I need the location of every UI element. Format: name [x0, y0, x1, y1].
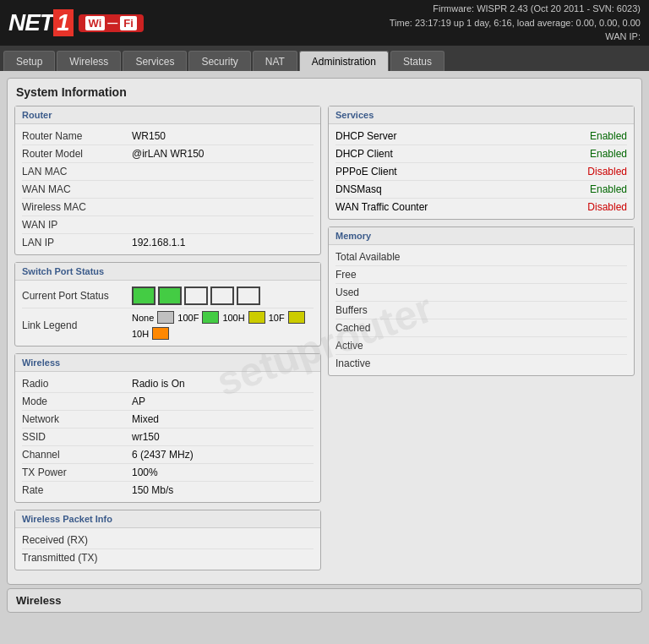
wan-ip-text: WAN IP: [390, 30, 641, 44]
wan-mac-label: WAN MAC [22, 183, 132, 195]
network-row: Network Mixed [22, 411, 314, 428]
channel-row: Channel 6 (2437 MHz) [22, 446, 314, 464]
wireless-mac-label: Wireless MAC [22, 201, 132, 213]
services-title: Services [329, 106, 634, 124]
wifi-fi: Fi [120, 16, 137, 30]
switch-port-title: Switch Port Status [15, 263, 320, 281]
router-model-row: Router Model @irLAN WR150 [22, 145, 314, 163]
tab-status[interactable]: Status [390, 51, 444, 71]
network-value: Mixed [132, 413, 159, 425]
port-5 [237, 287, 260, 305]
port-2 [158, 287, 182, 305]
channel-label: Channel [22, 449, 132, 461]
dhcp-client-label: DHCP Client [335, 148, 393, 160]
radio-value: Radio is On [132, 378, 185, 390]
current-port-row: Current Port Status [22, 284, 314, 308]
legend-100h-label: 100H [222, 313, 244, 323]
port-indicators [132, 287, 260, 305]
network-label: Network [22, 413, 132, 425]
wan-ip-row: WAN IP [22, 216, 314, 234]
legend-100h-box [248, 311, 265, 324]
wan-traffic-status: Disabled [587, 201, 627, 213]
services-body: DHCP Server Enabled DHCP Client Enabled … [329, 124, 634, 219]
mode-value: AP [132, 396, 145, 407]
dhcp-client-row: DHCP Client Enabled [335, 145, 627, 163]
router-section-title: Router [15, 106, 320, 124]
router-model-value: @irLAN WR150 [132, 148, 205, 160]
lan-mac-label: LAN MAC [22, 166, 132, 177]
cached-label: Cached [335, 322, 445, 334]
pppoe-label: PPPoE Client [335, 166, 397, 177]
header-info: Firmware: WISPR 2.43 (Oct 20 2011 - SVN:… [390, 2, 641, 44]
lan-ip-row: LAN IP 192.168.1.1 [22, 234, 314, 251]
legend-100f-box [202, 311, 219, 324]
router-name-value: WR150 [132, 130, 166, 142]
pppoe-row: PPPoE Client Disabled [335, 163, 627, 181]
logo-net1: NET 1 [8, 9, 74, 36]
tx-label: Transmitted (TX) [22, 552, 132, 564]
dhcp-client-status: Enabled [590, 148, 627, 160]
legend-none-label: None [132, 313, 154, 323]
tab-administration[interactable]: Administration [299, 51, 389, 71]
lan-mac-row: LAN MAC [22, 163, 314, 181]
col-left: Router Router Name WR150 Router Model @i… [14, 106, 321, 577]
legend-10f-label: 10F [269, 313, 285, 323]
time-text: Time: 23:17:19 up 1 day, 6:16, load aver… [390, 16, 641, 30]
mode-row: Mode AP [22, 393, 314, 411]
total-available-label: Total Available [335, 251, 445, 263]
wireless-body: Radio Radio is On Mode AP Network Mixed [15, 372, 320, 502]
buffers-label: Buffers [335, 304, 445, 316]
channel-value: 6 (2437 MHz) [132, 449, 194, 461]
router-model-label: Router Model [22, 148, 132, 160]
legend-10f-box [288, 311, 305, 324]
switch-port-body: Current Port Status Link Legend [15, 281, 320, 346]
rate-value: 150 Mb/s [132, 484, 173, 496]
memory-section: Memory Total Available Free Used [328, 226, 635, 376]
ssid-row: SSID wr150 [22, 428, 314, 446]
buffers-row: Buffers [335, 302, 627, 319]
active-label: Active [335, 340, 445, 352]
router-body: Router Name WR150 Router Model @irLAN WR… [15, 124, 320, 254]
lan-ip-label: LAN IP [22, 237, 132, 248]
current-port-label: Current Port Status [22, 290, 132, 302]
legend-none-box [157, 311, 174, 324]
wan-ip-label: WAN IP [22, 219, 132, 231]
ssid-label: SSID [22, 431, 132, 443]
router-section: Router Router Name WR150 Router Model @i… [14, 106, 321, 255]
mode-label: Mode [22, 396, 132, 407]
tab-nat[interactable]: NAT [253, 51, 297, 71]
router-name-row: Router Name WR150 [22, 128, 314, 145]
free-row: Free [335, 266, 627, 284]
services-section: Services DHCP Server Enabled DHCP Client… [328, 106, 635, 220]
tab-security[interactable]: Security [188, 51, 250, 71]
link-legend-label: Link Legend [22, 319, 132, 331]
tab-setup[interactable]: Setup [3, 51, 55, 71]
wireless-footer: Wireless [7, 588, 642, 613]
logo: NET 1 Wi — Fi [8, 9, 144, 36]
port-3 [184, 287, 208, 305]
two-col-layout: setuprouter Router Router Name WR150 Rou… [8, 106, 641, 584]
nav: Setup Wireless Services Security NAT Adm… [0, 46, 649, 71]
logo-1-box: 1 [53, 9, 74, 36]
rate-label: Rate [22, 484, 132, 496]
inactive-label: Inactive [335, 357, 445, 369]
wan-traffic-row: WAN Traffic Counter Disabled [335, 199, 627, 216]
legend-10h-label: 10H [132, 329, 149, 339]
cached-row: Cached [335, 319, 627, 337]
header: NET 1 Wi — Fi Firmware: WISPR 2.43 (Oct … [0, 0, 649, 46]
tx-power-row: TX Power 100% [22, 464, 314, 482]
memory-body: Total Available Free Used Buffers [329, 245, 634, 375]
tx-power-value: 100% [132, 467, 158, 478]
tab-services[interactable]: Services [123, 51, 187, 71]
dhcp-server-row: DHCP Server Enabled [335, 128, 627, 145]
tab-wireless[interactable]: Wireless [57, 51, 121, 71]
lan-ip-value: 192.168.1.1 [132, 237, 185, 248]
router-name-label: Router Name [22, 130, 132, 142]
link-legend-items: None 100F 100H 10F 10H [132, 311, 314, 340]
rate-row: Rate 150 Mb/s [22, 482, 314, 499]
port-4 [210, 287, 234, 305]
inactive-row: Inactive [335, 355, 627, 372]
system-info-box: System Information setuprouter Router Ro… [7, 78, 642, 585]
firmware-text: Firmware: WISPR 2.43 (Oct 20 2011 - SVN:… [390, 2, 641, 16]
port-1 [132, 287, 155, 305]
